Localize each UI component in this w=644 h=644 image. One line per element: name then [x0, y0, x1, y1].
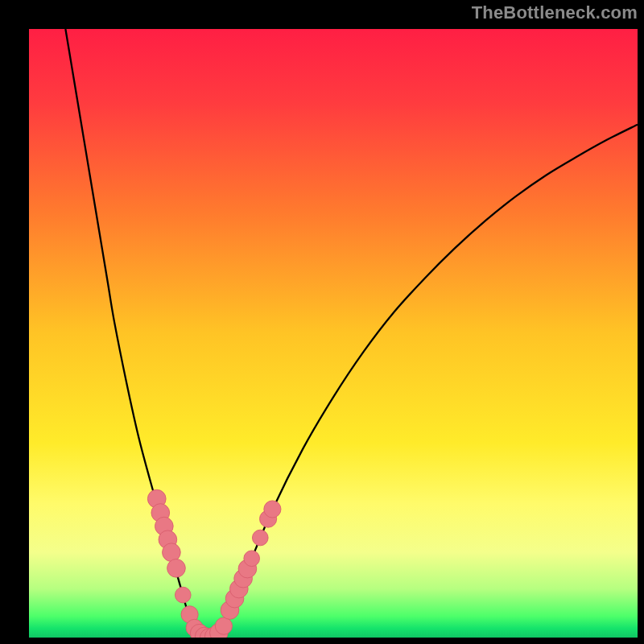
data-marker: [175, 587, 191, 603]
data-marker: [163, 543, 181, 562]
data-marker: [244, 551, 260, 567]
data-marker: [252, 530, 268, 546]
data-marker: [167, 559, 186, 577]
bottleneck-curve: [29, 29, 638, 638]
data-marker: [215, 617, 232, 634]
bottleneck-path: [65, 29, 638, 638]
watermark-text: TheBottleneck.com: [472, 2, 638, 23]
data-marker: [264, 501, 281, 518]
chart-frame: TheBottleneck.com: [0, 0, 644, 644]
plot-area: [29, 29, 638, 638]
